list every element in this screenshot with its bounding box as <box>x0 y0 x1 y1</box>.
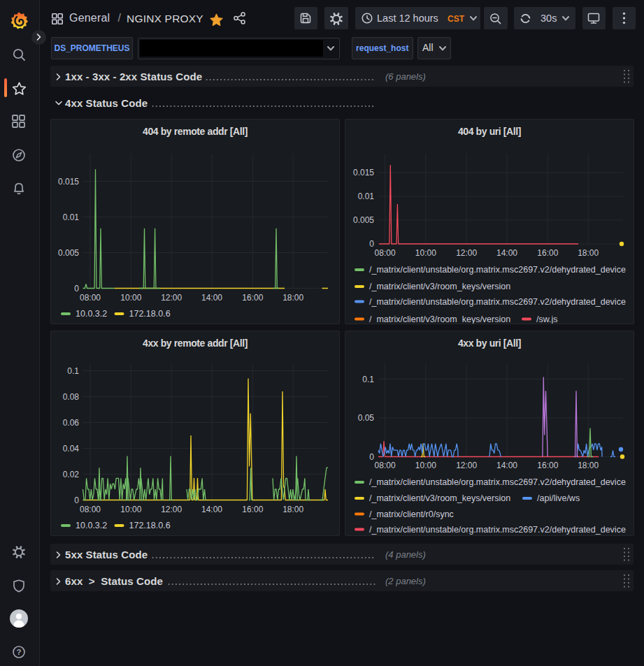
svg-text:/sw.js: /sw.js <box>536 314 558 324</box>
svg-text:08:00: 08:00 <box>80 505 101 514</box>
svg-text:0.005: 0.005 <box>58 248 79 258</box>
svg-text:/api/live/ws: /api/live/ws <box>537 493 580 503</box>
svg-text:0.015: 0.015 <box>58 177 79 187</box>
svg-text:08:00: 08:00 <box>80 293 101 303</box>
svg-text:0.06: 0.06 <box>63 418 80 428</box>
svg-text:12:00: 12:00 <box>456 248 477 258</box>
svg-text:0.01: 0.01 <box>358 191 375 201</box>
svg-text:0: 0 <box>369 239 374 249</box>
svg-text:0: 0 <box>74 495 79 505</box>
svg-text:172.18.0.6: 172.18.0.6 <box>129 309 171 319</box>
svg-text:08:00: 08:00 <box>375 248 396 258</box>
svg-text:14:00: 14:00 <box>201 505 222 514</box>
svg-text:172.18.0.6: 172.18.0.6 <box>129 521 171 530</box>
svg-text:18:00: 18:00 <box>578 248 599 258</box>
svg-text:0.015: 0.015 <box>353 168 374 178</box>
svg-text:12:00: 12:00 <box>456 461 477 470</box>
svg-text:/_matrix/client/r0/sync: /_matrix/client/r0/sync <box>369 509 454 519</box>
svg-text:0: 0 <box>369 452 374 462</box>
svg-text:/_matrix/client/v3/room_keys/v: /_matrix/client/v3/room_keys/version <box>369 314 510 324</box>
svg-text:16:00: 16:00 <box>537 248 558 258</box>
svg-text:/_matrix/client/v3/room_keys/v: /_matrix/client/v3/room_keys/version <box>369 282 510 291</box>
svg-text:?: ? <box>16 648 21 656</box>
svg-text:10:00: 10:00 <box>120 505 141 514</box>
svg-text:14:00: 14:00 <box>201 293 222 303</box>
svg-text:/_matrix/client/unstable/org.m: /_matrix/client/unstable/org.matrix.msc2… <box>369 477 626 487</box>
svg-text:16:00: 16:00 <box>242 293 263 303</box>
svg-text:0.005: 0.005 <box>353 215 374 225</box>
svg-text:10:00: 10:00 <box>415 248 436 258</box>
svg-text:10.0.3.2: 10.0.3.2 <box>76 309 107 319</box>
svg-text:0.08: 0.08 <box>63 392 80 402</box>
svg-text:12:00: 12:00 <box>161 505 182 514</box>
svg-text:10:00: 10:00 <box>120 293 141 303</box>
svg-text:18:00: 18:00 <box>282 293 303 303</box>
svg-text:0.1: 0.1 <box>67 366 79 376</box>
svg-text:/_matrix/client/unstable/org.m: /_matrix/client/unstable/org.matrix.msc2… <box>369 265 626 275</box>
svg-text:0.01: 0.01 <box>63 212 80 222</box>
svg-text:18:00: 18:00 <box>578 461 599 470</box>
svg-text:10.0.3.2: 10.0.3.2 <box>76 521 107 530</box>
svg-text:0: 0 <box>74 284 79 294</box>
svg-text:16:00: 16:00 <box>537 461 558 470</box>
svg-text:/_matrix/client/unstable/org.m: /_matrix/client/unstable/org.matrix.msc2… <box>369 297 626 307</box>
svg-text:12:00: 12:00 <box>161 293 182 303</box>
svg-text:0.05: 0.05 <box>358 413 375 423</box>
svg-text:14:00: 14:00 <box>496 248 517 258</box>
svg-text:18:00: 18:00 <box>282 505 303 514</box>
svg-text:0.04: 0.04 <box>63 444 80 454</box>
svg-text:16:00: 16:00 <box>242 505 263 514</box>
svg-text:0.1: 0.1 <box>362 375 374 384</box>
svg-text:/_matrix/client/unstable/org.m: /_matrix/client/unstable/org.matrix.msc2… <box>369 525 626 535</box>
svg-text:10:00: 10:00 <box>415 461 436 470</box>
svg-text:0.02: 0.02 <box>63 470 80 479</box>
svg-text:14:00: 14:00 <box>496 461 517 470</box>
svg-text:08:00: 08:00 <box>375 461 396 470</box>
svg-text:/_matrix/client/v3/room_keys/v: /_matrix/client/v3/room_keys/version <box>369 493 510 503</box>
